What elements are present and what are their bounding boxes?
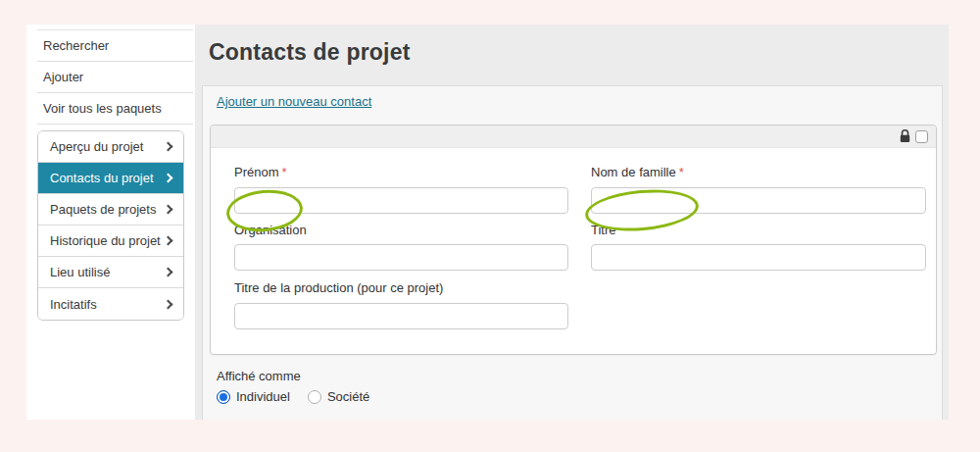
production-title-label: Titre de la production (pour ce projet) — [234, 280, 568, 295]
titre-label: Titre — [591, 223, 926, 237]
project-nav-box: Aperçu du projet Contacts du projet Paqu… — [37, 130, 184, 321]
radio-selected-icon[interactable] — [217, 390, 230, 404]
nom-input[interactable] — [591, 187, 926, 214]
fieldset-header — [211, 126, 936, 148]
required-asterisk: * — [679, 165, 684, 179]
chevron-right-icon — [164, 268, 173, 277]
nav-item-label: Paquets de projets — [50, 202, 156, 217]
contacts-panel: Ajouter un nouveau contact Prénom* Nom d… — [202, 85, 943, 420]
titre-input[interactable] — [591, 244, 926, 271]
sidebar-item-incitatifs[interactable]: Incitatifs — [38, 288, 183, 320]
organisation-input[interactable] — [234, 244, 568, 271]
nav-item-label: Incitatifs — [50, 297, 97, 312]
organisation-label: Organisation — [234, 223, 568, 237]
chevron-right-icon — [164, 299, 173, 309]
chevron-right-icon — [164, 236, 173, 246]
nav-item-label: Contacts du projet — [50, 171, 154, 185]
prenom-label-text: Prénom — [234, 165, 279, 179]
sidebar-item-voir-tous-les-paquets[interactable]: Voir tous les paquets — [37, 93, 193, 125]
app-window: Rechercher Ajouter Voir tous les paquets… — [26, 25, 949, 420]
sidebar-item-apercu-du-projet[interactable]: Aperçu du projet — [38, 131, 183, 163]
displayed-as-options: Individuel Société — [217, 389, 369, 404]
sidebar-item-contacts-du-projet[interactable]: Contacts du projet — [38, 163, 183, 194]
chevron-right-icon — [164, 142, 173, 152]
radio-option-societe[interactable]: Société — [308, 389, 369, 404]
required-asterisk: * — [282, 165, 287, 179]
prenom-label: Prénom* — [234, 165, 568, 179]
production-title-input[interactable] — [234, 303, 568, 329]
chevron-right-icon — [164, 174, 173, 183]
add-new-contact-link[interactable]: Ajouter un nouveau contact — [217, 94, 371, 109]
nav-item-label: Historique du projet — [50, 233, 161, 248]
nav-item-label: Lieu utilisé — [50, 265, 110, 279]
chevron-right-icon — [164, 205, 173, 215]
radio-label: Individuel — [236, 389, 290, 404]
sidebar-item-paquets-de-projets[interactable]: Paquets de projets — [38, 194, 183, 226]
sidebar: Rechercher Ajouter Voir tous les paquets… — [26, 25, 195, 420]
prenom-input[interactable] — [234, 187, 568, 214]
lock-checkbox[interactable] — [915, 130, 928, 143]
lock-icon — [900, 129, 910, 143]
sidebar-item-historique-du-projet[interactable]: Historique du projet — [38, 226, 183, 257]
nav-item-label: Aperçu du projet — [50, 139, 143, 154]
sidebar-top-list: Rechercher Ajouter Voir tous les paquets — [37, 29, 193, 125]
nom-label-text: Nom de famille — [591, 165, 676, 179]
nom-label: Nom de famille* — [591, 165, 926, 179]
sidebar-item-lieu-utilise[interactable]: Lieu utilisé — [38, 257, 183, 288]
radio-label: Société — [327, 389, 369, 404]
main-content: Contacts de projet Ajouter un nouveau co… — [195, 25, 949, 420]
sidebar-item-ajouter[interactable]: Ajouter — [37, 62, 193, 93]
page-title: Contacts de projet — [209, 39, 411, 66]
radio-unselected-icon[interactable] — [308, 390, 321, 404]
displayed-as-label: Affiché comme — [217, 369, 301, 383]
radio-option-individuel[interactable]: Individuel — [217, 389, 290, 404]
sidebar-item-rechercher[interactable]: Rechercher — [37, 30, 193, 62]
contact-fieldset: Prénom* Nom de famille* Organisation Tit… — [210, 125, 937, 355]
